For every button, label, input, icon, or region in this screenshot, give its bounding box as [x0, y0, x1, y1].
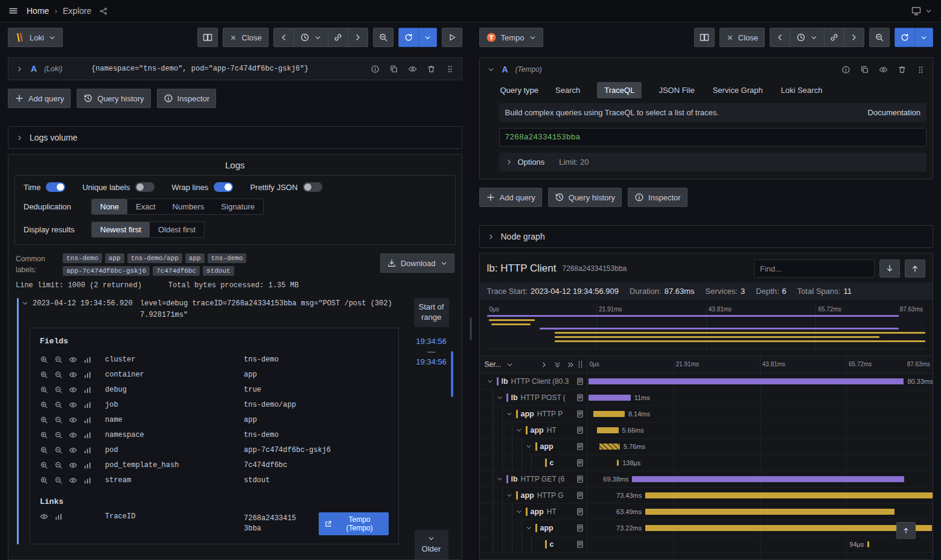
- span-timeline-track[interactable]: 5.76ms: [587, 439, 933, 454]
- field-stats-icon[interactable]: [83, 386, 92, 394]
- menu-icon[interactable]: [8, 6, 18, 16]
- query-type-tab[interactable]: TraceQL: [597, 82, 642, 98]
- logs-option-toggle[interactable]: Wrap lines: [171, 182, 233, 192]
- span-logs-icon[interactable]: [576, 377, 584, 386]
- span-timeline-track[interactable]: 80.33ms: [587, 374, 933, 389]
- span-logs-icon[interactable]: [576, 475, 584, 483]
- monitor-icon[interactable]: [911, 6, 921, 16]
- datasource-picker[interactable]: Loki: [8, 28, 63, 47]
- pane-resize-handle[interactable]: [470, 317, 471, 340]
- span-name-cell[interactable]: lb HTTP Client (80.3: [480, 374, 587, 389]
- refresh-button[interactable]: [398, 28, 419, 47]
- span-row[interactable]: app HTTP P 8.14ms: [480, 406, 933, 422]
- span-row[interactable]: lb HTTP Client (80.3 80.33ms: [480, 374, 933, 390]
- span-timeline-track[interactable]: 73.43ms: [587, 488, 933, 503]
- query-ref-id[interactable]: A: [31, 64, 37, 74]
- run-query-button[interactable]: [442, 28, 462, 47]
- remove-query-icon[interactable]: [427, 65, 436, 74]
- log-row[interactable]: 2023-04-12 19:34:56.920 level=debug trac…: [21, 298, 403, 320]
- copy-time-link-button[interactable]: [328, 28, 348, 47]
- filter-out-value-icon[interactable]: [54, 416, 63, 424]
- filter-out-value-icon[interactable]: [54, 401, 63, 409]
- toggle-field-visibility-icon[interactable]: [69, 416, 77, 424]
- query-history-button[interactable]: Query history: [548, 188, 622, 207]
- split-pane-button[interactable]: [694, 28, 715, 47]
- toggle-field-visibility-icon[interactable]: [69, 431, 77, 439]
- logs-option-toggle[interactable]: Time: [24, 182, 65, 192]
- filter-for-value-icon[interactable]: [40, 416, 48, 424]
- span-timeline-track[interactable]: 8.14ms: [587, 406, 933, 422]
- chevron-down-icon[interactable]: [486, 378, 494, 385]
- field-stats-icon[interactable]: [83, 371, 92, 379]
- tempo-link-button[interactable]: Tempo (Tempo): [319, 512, 389, 535]
- segmented-option[interactable]: Exact: [127, 199, 164, 214]
- trace-minimap[interactable]: 0μs21.91ms43.81ms65.72ms87.63ms: [487, 305, 926, 349]
- filter-out-value-icon[interactable]: [54, 461, 63, 469]
- disable-query-icon[interactable]: [879, 65, 888, 74]
- chevron-down-icon[interactable]: [496, 476, 503, 483]
- chevron-down-icon[interactable]: [506, 361, 514, 369]
- chevron-down-icon[interactable]: [525, 524, 532, 532]
- filter-out-value-icon[interactable]: [54, 431, 63, 439]
- toggle-field-visibility-icon[interactable]: [69, 386, 77, 394]
- refresh-button[interactable]: [895, 28, 915, 47]
- span-row[interactable]: app HTTP G 73.43ms: [480, 488, 933, 504]
- query-type-tab[interactable]: Search: [554, 82, 581, 98]
- toggle-switch[interactable]: [303, 182, 322, 192]
- toggle-switch[interactable]: [214, 182, 233, 192]
- logs-option-toggle[interactable]: Unique labels: [82, 182, 155, 192]
- logs-volume-section[interactable]: Logs volume: [8, 126, 462, 149]
- chevron-right-icon[interactable]: [16, 65, 24, 73]
- breadcrumb-home[interactable]: Home: [27, 6, 49, 16]
- span-row[interactable]: app HT 63.49ms: [480, 504, 933, 520]
- download-button[interactable]: Download: [380, 253, 455, 273]
- field-stats-icon[interactable]: [83, 355, 92, 364]
- query-type-tab[interactable]: Loki Search: [780, 82, 824, 98]
- toggle-field-visibility-icon[interactable]: [69, 461, 77, 469]
- span-row[interactable]: app 73.22ms: [480, 520, 933, 536]
- time-shift-back-button[interactable]: [770, 28, 790, 47]
- span-logs-icon[interactable]: [576, 393, 584, 402]
- filter-for-value-icon[interactable]: [40, 476, 48, 485]
- logs-option-toggle[interactable]: Prettify JSON: [250, 182, 322, 192]
- span-timeline-track[interactable]: 11ms: [587, 390, 933, 406]
- chevron-down-icon[interactable]: [515, 427, 523, 434]
- field-stats-icon[interactable]: [83, 431, 92, 439]
- span-name-cell[interactable]: app HTTP G: [480, 488, 587, 503]
- filter-for-value-icon[interactable]: [40, 386, 48, 394]
- time-shift-forward-button[interactable]: [348, 28, 368, 47]
- filter-for-value-icon[interactable]: [40, 446, 48, 454]
- span-bar[interactable]: [597, 427, 618, 433]
- field-stats-icon[interactable]: [83, 446, 92, 454]
- time-shift-back-button[interactable]: [273, 28, 294, 47]
- toggle-field-visibility-icon[interactable]: [40, 512, 48, 521]
- back-to-top-button[interactable]: [896, 522, 916, 539]
- inspector-button[interactable]: Inspector: [157, 89, 216, 108]
- segmented-option[interactable]: Newest first: [92, 222, 150, 237]
- query-history-button[interactable]: Query history: [77, 89, 150, 108]
- span-bar[interactable]: [593, 411, 625, 417]
- span-logs-icon[interactable]: [576, 410, 584, 418]
- documentation-link[interactable]: Documentation: [868, 108, 920, 117]
- filter-out-value-icon[interactable]: [54, 476, 63, 485]
- close-pane-button[interactable]: Close: [223, 28, 268, 47]
- datasource-picker[interactable]: Tempo: [479, 28, 543, 47]
- span-logs-icon[interactable]: [576, 426, 584, 434]
- span-bar[interactable]: [589, 378, 904, 384]
- scroll-to-top-button[interactable]: [905, 259, 925, 278]
- chevron-down-icon[interactable]: [21, 299, 29, 307]
- traceql-query-input[interactable]: 7268a24334153bba: [499, 128, 927, 147]
- logs-nav-scrollbar[interactable]: [451, 351, 453, 397]
- chevron-down-icon[interactable]: [496, 394, 503, 401]
- span-name-cell[interactable]: app: [480, 520, 587, 536]
- query-expression[interactable]: {namespace="tns-demo", pod="app-7c474df6…: [91, 65, 308, 73]
- disable-query-icon[interactable]: [408, 65, 417, 74]
- field-stats-icon[interactable]: [54, 512, 63, 521]
- share-icon[interactable]: [100, 7, 107, 15]
- chevron-down-icon[interactable]: [925, 7, 933, 15]
- toggle-switch[interactable]: [135, 182, 155, 192]
- segmented-option[interactable]: Oldest first: [150, 222, 204, 237]
- span-row[interactable]: c 138μs: [480, 455, 933, 471]
- pane-resize-divider[interactable]: [462, 22, 479, 560]
- segmented-option[interactable]: None: [92, 199, 127, 214]
